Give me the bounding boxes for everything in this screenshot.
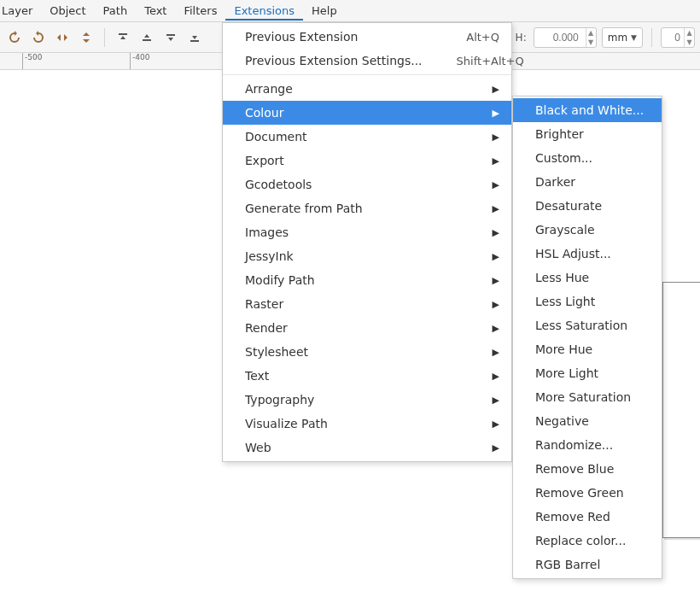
submenu-item-remove-blue[interactable]: Remove Blue xyxy=(513,457,662,481)
ruler-tick: -500 xyxy=(22,53,42,69)
lower-bottom-icon[interactable] xyxy=(185,28,204,47)
menu-item-label: Visualize Path xyxy=(245,417,458,430)
menu-item-stylesheet[interactable]: Stylesheet▶ xyxy=(223,340,511,364)
menu-item-label: Raster xyxy=(245,297,458,311)
menu-item-document[interactable]: Document▶ xyxy=(223,125,511,149)
chevron-down-icon: ▼ xyxy=(631,33,637,42)
rotate-left-icon[interactable] xyxy=(5,28,24,47)
menu-item-visualize-path[interactable]: Visualize Path▶ xyxy=(223,412,511,436)
submenu-item-randomize-[interactable]: Randomize... xyxy=(513,433,662,457)
menu-item-previous-extension[interactable]: Previous ExtensionAlt+Q xyxy=(223,25,511,49)
menu-item-label: Modify Path xyxy=(245,273,458,287)
raise-top-icon[interactable] xyxy=(114,28,132,47)
submenu-item-less-hue[interactable]: Less Hue xyxy=(513,266,662,290)
menu-item-label: Document xyxy=(245,130,458,143)
submenu-arrow-icon: ▶ xyxy=(493,323,499,334)
menu-help[interactable]: Help xyxy=(303,1,346,20)
menu-item-images[interactable]: Images▶ xyxy=(223,220,511,244)
submenu-item-replace-color-[interactable]: Replace color... xyxy=(513,529,662,553)
submenu-item-more-light[interactable]: More Light xyxy=(513,361,662,385)
submenu-item-grayscale[interactable]: Grayscale xyxy=(513,218,662,242)
submenu-item-negative[interactable]: Negative xyxy=(513,409,662,433)
secondary-input[interactable] xyxy=(663,32,680,44)
spinner-arrows[interactable]: ▲▼ xyxy=(586,28,596,47)
menu-item-gcodetools[interactable]: Gcodetools▶ xyxy=(223,173,511,196)
submenu-item-label: Less Light xyxy=(535,295,650,308)
menu-item-label: Typography xyxy=(245,393,458,407)
menu-item-label: Arrange xyxy=(245,82,458,96)
menu-item-render[interactable]: Render▶ xyxy=(223,316,511,340)
menu-item-label: Text xyxy=(245,369,458,383)
menu-path[interactable]: Path xyxy=(95,1,137,20)
menu-item-accel: Shift+Alt+Q xyxy=(457,55,524,67)
submenu-item-label: Randomize... xyxy=(535,438,650,452)
menu-item-raster[interactable]: Raster▶ xyxy=(223,292,511,316)
menu-item-jessyink[interactable]: JessyInk▶ xyxy=(223,244,511,268)
submenu-item-less-saturation[interactable]: Less Saturation xyxy=(513,313,662,337)
menu-item-text[interactable]: Text▶ xyxy=(223,364,511,388)
menu-item-previous-extension-settings-[interactable]: Previous Extension Settings...Shift+Alt+… xyxy=(223,49,511,73)
flip-vertical-icon[interactable] xyxy=(77,28,96,47)
menu-filters[interactable]: Filters xyxy=(175,1,225,20)
submenu-item-darker[interactable]: Darker xyxy=(513,170,662,194)
submenu-item-label: Darker xyxy=(535,175,650,189)
submenu-item-label: Remove Blue xyxy=(535,462,650,476)
submenu-arrow-icon: ▶ xyxy=(493,132,499,143)
colour-submenu: Black and White...BrighterCustom...Darke… xyxy=(512,96,662,579)
submenu-item-label: Black and White... xyxy=(535,103,650,117)
menu-layer[interactable]: Layer xyxy=(2,1,41,20)
menu-item-label: Render xyxy=(245,321,458,335)
menu-item-accel: Alt+Q xyxy=(466,31,499,44)
menu-item-label: Stylesheet xyxy=(245,345,458,359)
submenu-item-remove-green[interactable]: Remove Green xyxy=(513,481,662,505)
submenu-item-label: Less Saturation xyxy=(535,319,650,332)
height-input[interactable] xyxy=(536,32,579,44)
menu-item-colour[interactable]: Colour▶ xyxy=(223,101,511,125)
menu-item-modify-path[interactable]: Modify Path▶ xyxy=(223,268,511,292)
menu-text[interactable]: Text xyxy=(136,1,175,20)
spinner-arrows[interactable]: ▲▼ xyxy=(684,28,694,47)
submenu-item-custom-[interactable]: Custom... xyxy=(513,146,662,170)
height-spinner[interactable]: ▲▼ xyxy=(534,27,597,48)
submenu-arrow-icon: ▶ xyxy=(493,179,499,190)
submenu-item-label: Custom... xyxy=(535,151,650,165)
submenu-item-label: More Saturation xyxy=(535,390,650,404)
submenu-item-brighter[interactable]: Brighter xyxy=(513,122,662,146)
page-edge xyxy=(662,282,700,538)
submenu-item-label: HSL Adjust... xyxy=(535,247,650,260)
menu-item-web[interactable]: Web▶ xyxy=(223,436,511,459)
submenu-item-more-hue[interactable]: More Hue xyxy=(513,337,662,361)
submenu-item-label: Brighter xyxy=(535,127,650,141)
lower-icon[interactable] xyxy=(161,28,180,47)
menu-object[interactable]: Object xyxy=(41,1,94,20)
menu-item-generate-from-path[interactable]: Generate from Path▶ xyxy=(223,196,511,220)
submenu-arrow-icon: ▶ xyxy=(493,442,499,453)
submenu-item-desaturate[interactable]: Desaturate xyxy=(513,194,662,218)
submenu-arrow-icon: ▶ xyxy=(493,108,499,119)
raise-icon[interactable] xyxy=(137,28,156,47)
menu-extensions[interactable]: Extensions xyxy=(225,1,303,20)
unit-select[interactable]: mm ▼ xyxy=(602,27,643,48)
separator xyxy=(651,28,652,47)
secondary-spinner[interactable]: ▲▼ xyxy=(661,27,695,48)
menu-item-arrange[interactable]: Arrange▶ xyxy=(223,77,511,101)
submenu-arrow-icon: ▶ xyxy=(493,395,499,406)
menu-item-export[interactable]: Export▶ xyxy=(223,149,511,173)
menu-item-typography[interactable]: Typography▶ xyxy=(223,388,511,412)
submenu-arrow-icon: ▶ xyxy=(493,251,499,262)
flip-horizontal-icon[interactable] xyxy=(53,28,72,47)
menu-item-label: Gcodetools xyxy=(245,178,458,191)
submenu-item-more-saturation[interactable]: More Saturation xyxy=(513,385,662,409)
submenu-item-remove-red[interactable]: Remove Red xyxy=(513,505,662,529)
menubar: Layer Object Path Text Filters Extension… xyxy=(0,0,700,22)
submenu-item-label: Negative xyxy=(535,414,650,428)
submenu-item-less-light[interactable]: Less Light xyxy=(513,290,662,313)
submenu-item-black-and-white-[interactable]: Black and White... xyxy=(513,98,662,122)
svg-rect-1 xyxy=(143,39,151,41)
submenu-item-hsl-adjust-[interactable]: HSL Adjust... xyxy=(513,242,662,266)
rotate-right-icon[interactable] xyxy=(29,28,48,47)
menu-item-label: Images xyxy=(245,225,458,239)
h-label: H: xyxy=(516,32,527,44)
submenu-item-label: Less Hue xyxy=(535,271,650,284)
submenu-item-rgb-barrel[interactable]: RGB Barrel xyxy=(513,553,662,576)
